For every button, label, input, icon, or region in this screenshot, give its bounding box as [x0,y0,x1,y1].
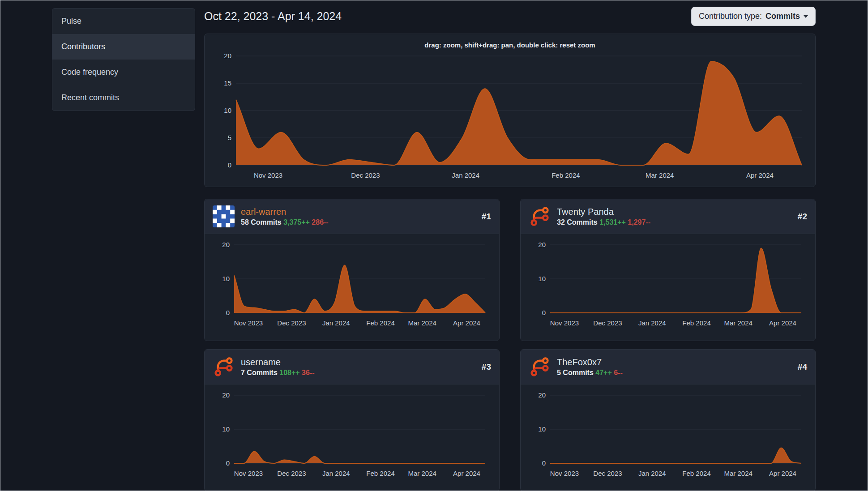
contributor-name[interactable]: earl-warren [241,207,286,217]
additions-count: 108++ [279,369,299,376]
svg-text:15: 15 [224,79,231,87]
deletions-count: 286-- [312,218,328,226]
svg-text:Feb 2024: Feb 2024 [366,470,394,477]
svg-text:Feb 2024: Feb 2024 [552,171,580,179]
contributor-name[interactable]: username [241,357,281,367]
forgejo-logo-icon[interactable] [529,205,551,227]
svg-text:Nov 2023: Nov 2023 [550,319,579,327]
overall-activity-card: drag: zoom, shift+drag: pan, double clic… [204,34,816,187]
svg-text:10: 10 [538,275,546,282]
contributor-chart-wrap: 01020Nov 2023Dec 2023Jan 2024Feb 2024Mar… [205,234,499,333]
svg-text:0: 0 [228,161,231,169]
contributor-stats: 58 Commits 3,375++ 286-- [241,218,475,226]
contributor-stats: 7 Commits 108++ 36-- [241,369,475,377]
svg-text:Apr 2024: Apr 2024 [769,470,796,477]
svg-text:Dec 2023: Dec 2023 [593,319,622,327]
contributor-chart[interactable]: 01020Nov 2023Dec 2023Jan 2024Feb 2024Mar… [528,239,808,333]
svg-text:20: 20 [538,391,546,399]
topbar: Oct 22, 2023 - Apr 14, 2024 Contribution… [204,7,816,26]
repo-activity-page: Pulse Contributors Code frequency Recent… [0,0,868,491]
contributor-card: TheFox0x7 5 Commits 47++ 6-- #4 01020Nov… [520,349,816,491]
svg-text:Mar 2024: Mar 2024 [646,171,674,179]
commits-count: 7 Commits [241,369,278,376]
sidebar-item-recent-commits[interactable]: Recent commits [52,85,195,111]
svg-text:0: 0 [542,309,546,316]
contributor-chart[interactable]: 01020Nov 2023Dec 2023Jan 2024Feb 2024Mar… [212,390,492,483]
commits-count: 5 Commits [557,369,594,376]
contributor-stats: 5 Commits 47++ 6-- [557,369,791,377]
svg-text:Feb 2024: Feb 2024 [366,319,394,327]
contributor-card-header: username 7 Commits 108++ 36-- #3 [205,350,499,384]
forgejo-logo-icon[interactable] [213,356,235,378]
contributor-info: TheFox0x7 5 Commits 47++ 6-- [557,357,791,377]
contributor-card-header: earl-warren 58 Commits 3,375++ 286-- #1 [205,199,499,234]
deletions-count: 1,297-- [628,218,650,226]
deletions-count: 6-- [614,369,623,376]
sidebar-item-contributors[interactable]: Contributors [52,34,195,60]
svg-text:Apr 2024: Apr 2024 [769,319,796,327]
svg-text:Jan 2024: Jan 2024 [452,171,479,179]
avatar-identicon[interactable] [213,205,235,227]
contribution-type-label: Contribution type: [699,12,762,21]
contribution-type-value: Commits [765,12,800,21]
svg-text:Apr 2024: Apr 2024 [453,319,480,327]
svg-text:Dec 2023: Dec 2023 [351,171,380,179]
svg-text:Dec 2023: Dec 2023 [593,470,622,477]
contributor-chart[interactable]: 01020Nov 2023Dec 2023Jan 2024Feb 2024Mar… [528,390,808,483]
svg-text:Mar 2024: Mar 2024 [724,319,753,327]
contributor-cards-grid: earl-warren 58 Commits 3,375++ 286-- #1 … [204,199,816,491]
rank-badge: #4 [798,362,807,372]
svg-text:Nov 2023: Nov 2023 [254,171,282,179]
svg-text:Dec 2023: Dec 2023 [277,470,306,477]
additions-count: 3,375++ [283,218,310,226]
svg-text:20: 20 [222,241,230,248]
contributor-card-header: TheFox0x7 5 Commits 47++ 6-- #4 [521,350,815,384]
svg-text:Mar 2024: Mar 2024 [408,319,436,327]
contributor-info: username 7 Commits 108++ 36-- [241,357,475,377]
svg-text:0: 0 [226,459,230,467]
contributor-card: earl-warren 58 Commits 3,375++ 286-- #1 … [204,199,500,341]
svg-text:5: 5 [228,134,231,141]
svg-text:20: 20 [222,391,230,399]
contributor-stats: 32 Commits 1,531++ 1,297-- [557,218,791,226]
chevron-down-icon [804,15,808,20]
svg-text:Apr 2024: Apr 2024 [746,171,774,179]
commits-count: 58 Commits [241,218,282,226]
contributor-card-header: Twenty Panda 32 Commits 1,531++ 1,297-- … [521,199,815,234]
svg-text:0: 0 [226,309,230,316]
svg-text:Feb 2024: Feb 2024 [682,470,710,477]
contributor-chart-wrap: 01020Nov 2023Dec 2023Jan 2024Feb 2024Mar… [521,384,815,483]
svg-text:Mar 2024: Mar 2024 [724,470,753,477]
contributor-info: earl-warren 58 Commits 3,375++ 286-- [241,207,475,226]
svg-text:Mar 2024: Mar 2024 [408,470,436,477]
svg-text:Dec 2023: Dec 2023 [277,319,306,327]
contributor-info: Twenty Panda 32 Commits 1,531++ 1,297-- [557,207,791,226]
sidebar-item-pulse[interactable]: Pulse [52,9,195,34]
additions-count: 1,531++ [599,218,626,226]
sidebar-menu: Pulse Contributors Code frequency Recent… [52,8,195,111]
contributor-chart-wrap: 01020Nov 2023Dec 2023Jan 2024Feb 2024Mar… [521,234,815,333]
svg-text:Nov 2023: Nov 2023 [234,319,263,327]
svg-text:10: 10 [222,425,230,433]
svg-text:Jan 2024: Jan 2024 [638,319,666,327]
svg-text:Feb 2024: Feb 2024 [682,319,710,327]
contribution-type-dropdown[interactable]: Contribution type: Commits [691,7,816,26]
svg-text:10: 10 [222,275,230,282]
additions-count: 47++ [595,369,611,376]
forgejo-logo-icon[interactable] [529,356,551,378]
rank-badge: #1 [482,212,491,222]
main-content: Oct 22, 2023 - Apr 14, 2024 Contribution… [204,0,816,491]
svg-text:10: 10 [224,107,231,114]
svg-text:0: 0 [542,459,546,467]
svg-text:Jan 2024: Jan 2024 [322,319,350,327]
svg-text:Jan 2024: Jan 2024 [638,470,666,477]
contributor-name[interactable]: TheFox0x7 [557,357,602,367]
contributor-name[interactable]: Twenty Panda [557,207,614,217]
svg-text:10: 10 [538,425,546,433]
zoom-hint: drag: zoom, shift+drag: pan, double clic… [214,41,806,49]
overall-activity-chart[interactable]: 05101520Nov 2023Dec 2023Jan 2024Feb 2024… [214,51,808,185]
deletions-count: 36-- [302,369,314,376]
sidebar-item-code-frequency[interactable]: Code frequency [52,60,195,85]
rank-badge: #3 [482,362,491,372]
contributor-chart[interactable]: 01020Nov 2023Dec 2023Jan 2024Feb 2024Mar… [212,239,492,333]
